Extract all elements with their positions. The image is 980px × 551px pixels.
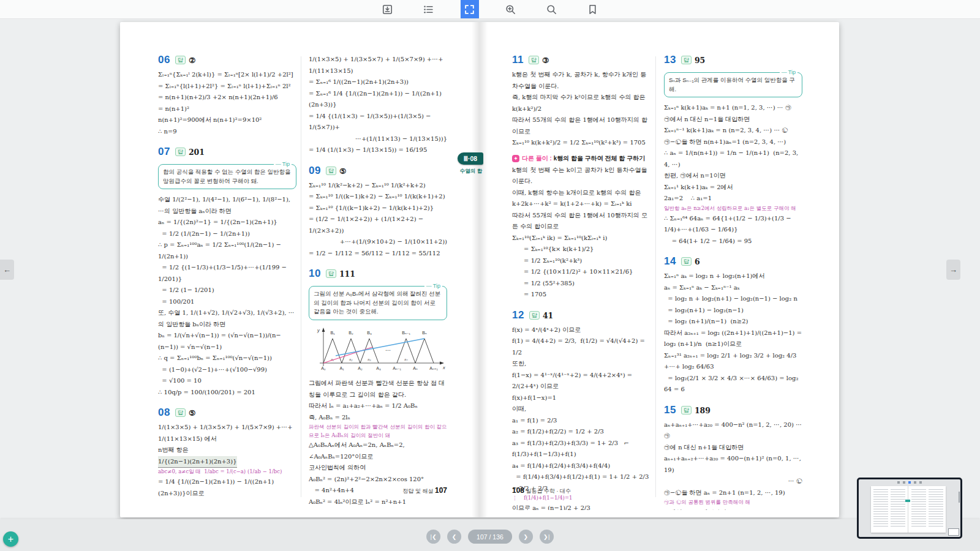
arrow-right-icon: → — [949, 265, 957, 274]
svg-text:Bₙ₋₁: Bₙ₋₁ — [402, 331, 410, 335]
page-left-column-1: 06답②Σₗ₌₁ⁿ{Σₖ₌₁ˡ 2(k+l)} = Σₗ₌₁ⁿ[2× l(l+1… — [158, 54, 296, 510]
tip-box: Tip합의 공식을 적용할 수 없는 수열의 합은 일반항을 망원급수의 꼴로 … — [158, 164, 296, 189]
figure-triangles: yx⋯B₁B₂B₃Bₙ₋₁BₙA₀A₁A₂A₃Aₙ₋₁AₙAₙ₊₁a₁a₂a₃a… — [309, 325, 447, 377]
solution-line: ∴ l₁₀² = 10²+10+1 = 111 — [309, 508, 447, 510]
solution-line: 코사인법칙에 의하여 — [309, 462, 447, 474]
search-icon — [546, 4, 557, 15]
solution-line: Σₖ₌₁ⁿ⁻¹ k(k+1)aₖ = n (n=2, 3, 4, ⋯) ⋯ ㉡ — [664, 125, 802, 137]
pip-toolbar-dot — [897, 481, 900, 484]
answer-value: 41 — [543, 311, 553, 320]
solution-line: = 1/4 (1/(1×3) − 1/(13×15)) = 16/195 — [309, 144, 447, 156]
answer-value: ② — [189, 56, 195, 65]
footer-left-text: 정답 및 해설 — [402, 488, 435, 494]
preview-thumbnail[interactable] — [857, 478, 962, 539]
page-right-column-1: 11답③k행은 첫 번째 수가 k, 공차가 k, 항수가 k개인 등차수열을 … — [512, 54, 650, 510]
column-divider — [655, 56, 656, 497]
solution-line: 1/{(2n−1)(2n+1)(2n+3)} — [158, 456, 237, 468]
solution-line: △A₀BₙAₙ에서 A₀Aₙ=2n, AₙBₙ=2, ∠A₀AₙBₙ=120°이… — [309, 440, 447, 462]
tip-text: 합의 공식을 적용할 수 없는 수열의 합은 일반항을 망원급수의 꼴로 변형하… — [163, 168, 290, 184]
next-page-button[interactable]: ❯ — [519, 530, 533, 544]
svg-text:y: y — [317, 328, 320, 333]
solution-line: k행의 첫 번째 수는 k이고 공차가 k인 등차수열을 이룬다. — [512, 165, 650, 187]
solution-line: f(x)+f(1−x)=1 — [512, 392, 650, 404]
solution-line: ∴ Σₙ₌₁⁶⁴ 64aₙ = 64{1+(1/2 − 1/3)+(1/3 − … — [664, 213, 802, 236]
solution-line: ㉠−㉡을 하면 n(n+1)aₙ=1 (n=2, 3, 4, ⋯) — [664, 137, 802, 148]
tip-label: Tip — [424, 282, 442, 291]
pip-toolbar-dot — [903, 481, 905, 484]
column-divider — [301, 56, 301, 497]
solution-line: ⋯+(1/(11×13) − 1/(13×15))} — [309, 133, 447, 145]
last-page-button[interactable]: ❯| — [540, 530, 554, 544]
solution-line: 따라서 55개의 수의 합은 1행에서 10행까지의 합이므로 — [512, 114, 650, 137]
search-button[interactable] — [543, 0, 561, 18]
answer-value: 95 — [695, 56, 705, 65]
fullscreen-icon — [464, 4, 475, 15]
solution-line: = log₂(n+1) − log₂(n−1) — [664, 305, 802, 317]
previous-page-button[interactable]: ❮ — [447, 530, 461, 544]
solution-line: ⋯ ㉡ — [664, 476, 802, 487]
first-page-button[interactable]: |❮ — [426, 530, 440, 544]
problem-header-12: 12답41 — [512, 309, 650, 321]
bookmark-button[interactable] — [584, 0, 602, 18]
solution-line: = log₂(2/1 × 3/2 × 4/3 ×⋯× 64/63) = log₂… — [664, 373, 802, 395]
solution-line: +⋯+(1/(9×10+2) − 1/(10×11+2)) — [309, 236, 447, 248]
solution-line: a₄ = f(1/4)+f(2/4)+f(3/4)+f(4/4) — [512, 460, 650, 472]
solution-line: aₙ₊₁+aₙ₊₂+⋯+a₂₀ = 400−(n+1)² (n=0, 1, ⋯,… — [664, 453, 802, 476]
page-footer-left: 정답 및 해설 107 — [304, 486, 447, 495]
solution-line: ∴ aₙ = 1/(n(n+1)) = 1/n − 1/(n+1) (n=2, … — [664, 148, 802, 170]
answer-value: 201 — [189, 148, 205, 157]
pip-toolbar-dot — [919, 481, 922, 484]
pip-book — [871, 486, 946, 533]
solution-line: a₃ = f(1/3)+f(2/3)+f(3/3) = 1+ 2/3 ⌐ f(1… — [512, 438, 650, 460]
problem-header-07: 07답201 — [158, 146, 296, 158]
footer-right-pagenum: 108 — [512, 486, 524, 495]
svg-text:aₙ: aₙ — [404, 358, 408, 361]
answer-badge: 답 — [529, 311, 540, 320]
tip-box: Tip그림의 선분 A₀Bₙ에서 삼각형에 의해 잘려진 선분의 길이의 합과 … — [309, 286, 447, 320]
solution-line: f(1−x) = 4¹⁻ˣ/(4¹⁻ˣ+2) = 4/(4+2×4ˣ) = 2/… — [512, 370, 650, 392]
solution-line: = 1/2 − 1/112 = 56/112 − 1/112 = 55/112 — [309, 248, 447, 260]
toc-button[interactable] — [420, 0, 438, 18]
problem-number: 10 — [309, 268, 321, 279]
answer-badge: 답 — [529, 56, 539, 64]
solution-line: ㉠에 n 대신 n+1을 대입하면 — [664, 442, 802, 454]
answer-badge: 답 — [175, 408, 186, 417]
problem-number: 11 — [512, 54, 524, 66]
svg-text:B₂: B₂ — [349, 331, 353, 335]
zoom-in-button[interactable] — [502, 0, 520, 18]
download-button[interactable] — [379, 0, 397, 18]
svg-text:A₃: A₃ — [376, 366, 381, 370]
answer-value: ③ — [542, 56, 549, 65]
problem-number: 13 — [664, 54, 676, 66]
solution-line: 즉, A₀Bₙ = 2lₙ — [309, 412, 447, 424]
problem-header-11: 11답③ — [512, 54, 650, 66]
page-indicator[interactable]: 107 / 136 — [468, 530, 512, 544]
solution-line: 2a₁=2 ∴ a₁=1 — [664, 193, 802, 204]
svg-text:a₂: a₂ — [349, 358, 353, 361]
solution-line: 따라서 55개의 수의 합은 1행에서 10행까지의 모든 수의 합이므로 — [512, 210, 650, 233]
solution-line: a₁ = f(1) = 2/3 — [512, 415, 650, 427]
problem-number: 07 — [158, 146, 170, 157]
alt-solution-icon: ✦ — [512, 155, 519, 162]
zoom-plus-button[interactable]: + — [3, 531, 18, 547]
solution-line: Σₖ₌₁¹ k(k+1)aₖ = 2에서 — [664, 182, 802, 193]
prev-spread-button[interactable]: ← — [0, 260, 14, 280]
page-navigation: |❮ ❮ 107 / 136 ❯ ❯| — [426, 530, 554, 544]
pip-section-tab — [905, 500, 910, 502]
solution-line: = Σₖ₌₁¹⁰ {1/((k−1)k+2) − 1/(k(k+1)+2)} — [309, 203, 447, 214]
problem-number: 08 — [158, 407, 170, 418]
tip-box: TipSₙ과 Sₙ₋₁의 관계를 이용하여 수열의 일반항을 구해. — [664, 72, 802, 97]
solution-line: ∴ q = Σₙ₌₁¹⁰⁰bₙ = Σₙ₌₁¹⁰⁰(√n−√(n−1)) — [158, 353, 296, 364]
solution-line: = 1/2 Σₖ₌₁¹⁰(k²+k³) — [512, 255, 650, 267]
solution-line: = 1/2 {(10×11/2)² + 10×11×21/6} — [512, 266, 650, 278]
solution-line: = 1705 — [512, 289, 650, 301]
solution-line: k+2k+⋯+k² = k(1+2+⋯+k) = Σᵢ₌₁ᵏ ki — [512, 198, 650, 210]
problem-number: 14 — [664, 255, 676, 267]
solution-line: Σₖ₌₁¹⁰(Σᵢ₌₁ᵏ ik) = Σₖ₌₁¹⁰(kΣᵢ₌₁ᵏ i) — [512, 233, 650, 244]
solution-line: ㉠에서 n 대신 n−1을 대입하면 — [664, 114, 802, 126]
next-spread-button[interactable]: → — [946, 260, 960, 280]
tip-text: 그림의 선분 A₀Bₙ에서 삼각형에 의해 잘려진 선분의 길이의 합과 나머지… — [314, 290, 440, 315]
fullscreen-button[interactable] — [461, 0, 479, 18]
svg-text:Aₙ₋₁: Aₙ₋₁ — [393, 366, 401, 370]
section-tab-title: 수열의 합 — [456, 168, 486, 175]
